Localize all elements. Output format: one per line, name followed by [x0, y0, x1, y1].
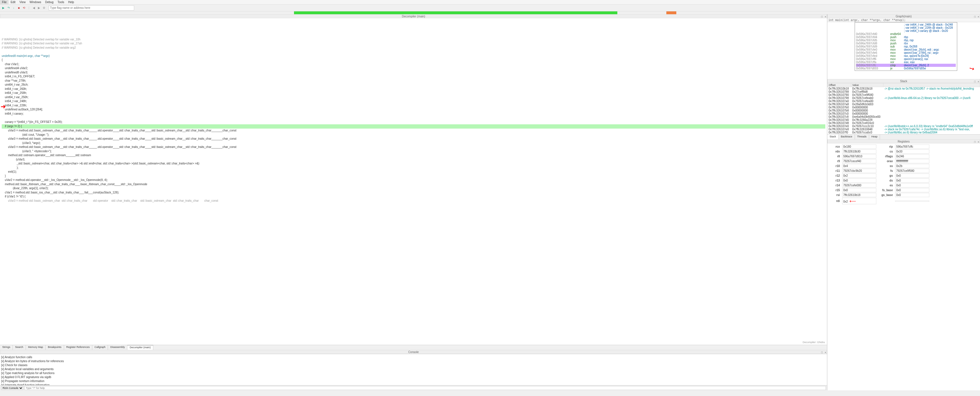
tab-strings[interactable]: Strings: [0, 345, 13, 350]
maximize-icon[interactable]: □: [974, 140, 976, 144]
register-value[interactable]: 7ffc32610b18: [842, 193, 876, 197]
register-value[interactable]: 79267ce9f580: [895, 169, 929, 173]
register-value[interactable]: 0x2⟵: [842, 198, 876, 204]
code-line[interactable]: _std::basic_ostream<char, std::char_trai…: [2, 162, 825, 166]
stack-row[interactable]: 0x7ffc326107e00x79267ccc2c10-> (/usr/lib…: [827, 125, 980, 128]
code-line[interactable]: uVar3 = method std::basic_ostream_char s…: [2, 199, 825, 203]
close-icon[interactable]: ×: [978, 140, 979, 144]
code-line[interactable]: // WARNING: [rz-ghidra] Detected overlap…: [2, 38, 825, 42]
menu-file[interactable]: File: [0, 0, 8, 4]
asm-line[interactable]: 0x596a7697cffccmpdword [var_26ch], 2: [856, 64, 956, 67]
asm-line[interactable]: ; var int64_t var_228h @ stack - 0x228: [856, 26, 956, 29]
asm-line[interactable]: 0x596a7697d003je0x596a7697d05e: [856, 67, 956, 70]
console-selector[interactable]: Rizin Console: [1, 386, 23, 390]
asm-line[interactable]: 0x596a7697cfd4pushrbp: [856, 36, 956, 39]
code-line[interactable]: undefined8 uVar3;: [2, 71, 825, 75]
maximize-icon[interactable]: □: [821, 350, 823, 355]
console-output[interactable]: [x] Analyze function calls[x] Analyze le…: [0, 354, 827, 385]
register-value[interactable]: 596a7697d910: [842, 154, 876, 158]
code-line[interactable]: uVar2 = method.std.operator__std::_Ios_O…: [2, 178, 825, 182]
maximize-icon[interactable]: □: [974, 15, 976, 19]
register-value[interactable]: 0x4: [842, 164, 876, 168]
code-line[interactable]: // WARNING: [rz-ghidra] Detected overlap…: [2, 41, 825, 46]
code-line[interactable]: int64_t canary;: [2, 112, 825, 116]
debug-tab-threads[interactable]: Threads: [855, 135, 869, 139]
asm-line[interactable]: 0x596a7697cfd5movrbp, rsp: [856, 39, 956, 42]
code-line[interactable]: int64_t in_FS_OFFSET;: [2, 74, 825, 79]
register-value[interactable]: 0x0: [895, 188, 929, 192]
code-line[interactable]: undefined auStack_128 [264];: [2, 108, 825, 112]
debug-tab-stack[interactable]: Stack: [827, 135, 839, 139]
stack-row[interactable]: 0x7ffc326107b80x00000000: [827, 109, 980, 112]
code-line[interactable]: uint64_t var_250h;: [2, 95, 825, 100]
tab-register-references[interactable]: Register References: [64, 345, 92, 350]
debug-tab-backtrace[interactable]: Backtrace: [839, 135, 855, 139]
tab-search[interactable]: Search: [13, 345, 26, 350]
register-value[interactable]: 79267cefe000: [842, 183, 876, 187]
code-line[interactable]: (&var_228h, argv[1], uVar2);: [2, 186, 825, 191]
nav-fwd-icon[interactable]: ▶: [37, 6, 41, 10]
stack-row[interactable]: 0x7ffc326107f00x79267cca5c0-> (/usr/lib/…: [827, 131, 980, 134]
asm-line[interactable]: 0x596a7697cfe0movdword [var_26ch], edi ;…: [856, 48, 956, 51]
menu-tools[interactable]: Tools: [56, 0, 66, 4]
code-line[interactable]: char **var_278h;: [2, 79, 825, 83]
register-value[interactable]: ffffffffffffffff: [895, 159, 929, 163]
stack-row[interactable]: 0x7ffc326107a80x28a58fcb3d03: [827, 103, 980, 106]
stack-header[interactable]: [883, 83, 980, 87]
register-value[interactable]: 79267cecef40: [842, 159, 876, 163]
menu-windows[interactable]: Windows: [28, 0, 43, 4]
code-line[interactable]: // WARNING: [rz-ghidra] Detected overlap…: [2, 46, 825, 50]
register-value[interactable]: 0x0: [895, 174, 929, 178]
stack-row[interactable]: 0x7ffc326107c80xe6a94d3b6093ce00: [827, 115, 980, 118]
code-line[interactable]: uVar3 = method.std::basic_ostream_char__…: [2, 145, 825, 149]
stack-row[interactable]: 0x7ffc326107d80x79267ce816c0: [827, 122, 980, 125]
bottom-tabstrip[interactable]: StringsSearchMemory MapBreakpointsRegist…: [0, 345, 827, 350]
nav-back-icon[interactable]: ◀: [32, 6, 36, 10]
code-line[interactable]: [2, 50, 825, 54]
register-value[interactable]: 0x33: [895, 149, 929, 154]
code-line[interactable]: int64_t var_258h;: [2, 91, 825, 95]
code-line[interactable]: char cVar1;: [2, 62, 825, 67]
tab-breakpoints[interactable]: Breakpoints: [46, 345, 64, 350]
menu-debug[interactable]: Debug: [43, 0, 55, 4]
asm-line[interactable]: ; var int64_t var_248h @ stack - 0x248: [856, 23, 956, 26]
stack-row[interactable]: 0x7ffc326107b00x00000000: [827, 106, 980, 109]
registers-view[interactable]: rcx0x180rip596a7697cffcrdx7ffc32610b30cs…: [827, 143, 980, 390]
code-line[interactable]: undefined8 main(int argc, char **argv): [2, 54, 825, 58]
code-line[interactable]: (uVar3,: [2, 158, 825, 162]
register-value[interactable]: 0x0: [895, 193, 929, 197]
asm-line[interactable]: 0x596a7697cfd8pushrbx: [856, 42, 956, 45]
decompiler-view[interactable]: ➜ Decompiler: Ghidra // WARNING: [rz-ghi…: [0, 18, 827, 345]
code-line[interactable]: int64_t var_228h;: [2, 103, 825, 108]
register-value[interactable]: 0x0: [895, 183, 929, 187]
stack-row[interactable]: 0x7ffc32610b180x7ffc32610b18-> @rsi stac…: [827, 87, 980, 90]
code-line[interactable]: {: [2, 58, 825, 62]
asm-line[interactable]: 0x596a7697cff6movqword [canary], rax: [856, 57, 956, 60]
code-line[interactable]: uVar3 = method.std::basic_ostream_char__…: [2, 137, 825, 141]
stack-view[interactable]: OffsetValue0x7ffc32610b180x7ffc32610b18-…: [827, 83, 980, 134]
gear-icon[interactable]: ⚙: [42, 6, 46, 10]
code-line[interactable]: exit(1);: [2, 170, 825, 174]
code-line[interactable]: (uVar3, *argv);: [2, 141, 825, 146]
code-line[interactable]: (uVar3, " <bytecode>");: [2, 149, 825, 154]
tab-decompiler-main-[interactable]: Decompiler (main): [127, 345, 153, 350]
stack-row[interactable]: 0x7ffc326107e80x7ffc32610848-> stack rw …: [827, 128, 980, 131]
close-icon[interactable]: ×: [978, 80, 979, 84]
code-line[interactable]: method.std::basic_ifstream_char__std::ch…: [2, 182, 825, 187]
stack-row[interactable]: 0x7ffc326107a00x79267cefea00: [827, 100, 980, 103]
address-search-input[interactable]: [49, 5, 134, 11]
code-line[interactable]: }: [2, 174, 825, 178]
code-line[interactable]: int64_t var_260h;: [2, 87, 825, 91]
register-value[interactable]: 7ffc32610b30: [842, 149, 876, 154]
register-value[interactable]: 0x2: [842, 174, 876, 178]
asm-line[interactable]: 0x596a7697cfedmovrax, qword fs:[0x28]: [856, 54, 956, 57]
code-line[interactable]: [2, 116, 825, 120]
restart-icon[interactable]: ⟲: [22, 6, 26, 10]
close-icon[interactable]: ×: [825, 350, 826, 355]
stack-row[interactable]: 0x7ffc326107980x79267cefeab0-> (/usr/lib…: [827, 97, 980, 100]
stack-header[interactable]: Offset: [827, 83, 851, 87]
stack-row[interactable]: 0x7ffc326107900x79267ce9f580: [827, 93, 980, 97]
register-value[interactable]: 0x180: [842, 144, 876, 149]
asm-line[interactable]: 0x596a7697cfe6movqword [var_278h], rsi ;…: [856, 51, 956, 54]
code-line[interactable]: undefined4 uVar2;: [2, 66, 825, 71]
